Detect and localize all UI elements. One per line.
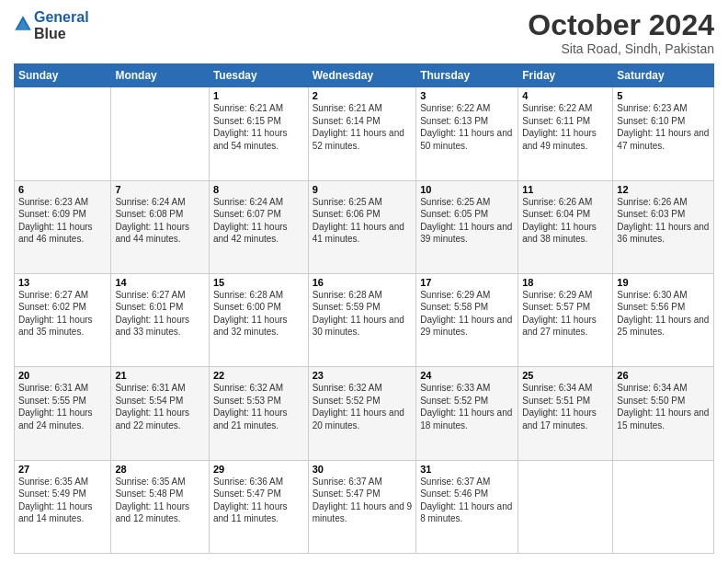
day-info: Sunrise: 6:32 AM Sunset: 5:53 PM Dayligh… xyxy=(213,382,304,431)
day-number: 22 xyxy=(213,370,304,381)
day-info: Sunrise: 6:33 AM Sunset: 5:52 PM Dayligh… xyxy=(420,382,514,431)
day-number: 10 xyxy=(420,184,514,195)
day-number: 15 xyxy=(213,277,304,288)
day-cell: 4Sunrise: 6:22 AM Sunset: 6:11 PM Daylig… xyxy=(518,87,613,180)
day-number: 13 xyxy=(18,277,107,288)
day-info: Sunrise: 6:25 AM Sunset: 6:05 PM Dayligh… xyxy=(420,196,514,246)
day-info: Sunrise: 6:26 AM Sunset: 6:03 PM Dayligh… xyxy=(617,196,710,246)
header-row: SundayMondayTuesdayWednesdayThursdayFrid… xyxy=(15,64,714,87)
day-info: Sunrise: 6:27 AM Sunset: 6:01 PM Dayligh… xyxy=(115,289,204,339)
day-number: 29 xyxy=(213,464,304,475)
day-cell: 18Sunrise: 6:29 AM Sunset: 5:57 PM Dayli… xyxy=(518,273,613,366)
day-number: 4 xyxy=(522,90,609,101)
day-info: Sunrise: 6:29 AM Sunset: 5:58 PM Dayligh… xyxy=(420,289,514,339)
day-cell: 17Sunrise: 6:29 AM Sunset: 5:58 PM Dayli… xyxy=(416,273,518,366)
day-info: Sunrise: 6:24 AM Sunset: 6:07 PM Dayligh… xyxy=(213,196,304,246)
day-number: 28 xyxy=(115,464,204,475)
day-info: Sunrise: 6:35 AM Sunset: 5:48 PM Dayligh… xyxy=(115,476,204,525)
day-cell: 19Sunrise: 6:30 AM Sunset: 5:56 PM Dayli… xyxy=(613,273,714,366)
day-cell: 15Sunrise: 6:28 AM Sunset: 6:00 PM Dayli… xyxy=(209,273,308,366)
day-cell: 16Sunrise: 6:28 AM Sunset: 5:59 PM Dayli… xyxy=(308,273,416,366)
col-header-wednesday: Wednesday xyxy=(308,64,416,87)
day-number: 7 xyxy=(115,184,204,195)
header: General Blue October 2024 Sita Road, Sin… xyxy=(14,9,714,56)
day-number: 8 xyxy=(213,184,304,195)
day-cell: 12Sunrise: 6:26 AM Sunset: 6:03 PM Dayli… xyxy=(613,180,714,273)
col-header-monday: Monday xyxy=(111,64,209,87)
week-row-1: 1Sunrise: 6:21 AM Sunset: 6:15 PM Daylig… xyxy=(15,87,714,180)
col-header-tuesday: Tuesday xyxy=(209,64,308,87)
logo: General Blue xyxy=(14,9,89,41)
day-cell: 30Sunrise: 6:37 AM Sunset: 5:47 PM Dayli… xyxy=(308,460,416,553)
day-info: Sunrise: 6:34 AM Sunset: 5:50 PM Dayligh… xyxy=(617,382,710,431)
day-cell xyxy=(518,460,613,553)
day-number: 23 xyxy=(313,370,413,381)
day-info: Sunrise: 6:21 AM Sunset: 6:14 PM Dayligh… xyxy=(313,102,413,152)
day-number: 31 xyxy=(420,464,514,475)
day-cell: 27Sunrise: 6:35 AM Sunset: 5:49 PM Dayli… xyxy=(15,460,111,553)
day-info: Sunrise: 6:31 AM Sunset: 5:54 PM Dayligh… xyxy=(115,382,204,431)
day-cell xyxy=(613,460,714,553)
day-info: Sunrise: 6:23 AM Sunset: 6:09 PM Dayligh… xyxy=(18,196,107,246)
day-info: Sunrise: 6:28 AM Sunset: 6:00 PM Dayligh… xyxy=(213,289,304,339)
page: General Blue October 2024 Sita Road, Sin… xyxy=(0,0,728,563)
day-info: Sunrise: 6:36 AM Sunset: 5:47 PM Dayligh… xyxy=(213,476,304,525)
day-info: Sunrise: 6:24 AM Sunset: 6:08 PM Dayligh… xyxy=(115,196,204,246)
day-info: Sunrise: 6:32 AM Sunset: 5:52 PM Dayligh… xyxy=(313,382,413,431)
day-number: 18 xyxy=(522,277,609,288)
title-block: October 2024 Sita Road, Sindh, Pakistan xyxy=(528,9,714,56)
day-number: 12 xyxy=(617,184,710,195)
day-number: 14 xyxy=(115,277,204,288)
calendar-table: SundayMondayTuesdayWednesdayThursdayFrid… xyxy=(14,63,714,554)
main-title: October 2024 xyxy=(528,9,714,41)
day-cell xyxy=(15,87,111,180)
day-number: 16 xyxy=(313,277,413,288)
day-number: 24 xyxy=(420,370,514,381)
day-cell: 20Sunrise: 6:31 AM Sunset: 5:55 PM Dayli… xyxy=(15,367,111,460)
day-cell: 14Sunrise: 6:27 AM Sunset: 6:01 PM Dayli… xyxy=(111,273,209,366)
col-header-sunday: Sunday xyxy=(15,64,111,87)
day-cell: 23Sunrise: 6:32 AM Sunset: 5:52 PM Dayli… xyxy=(308,367,416,460)
col-header-friday: Friday xyxy=(518,64,613,87)
day-number: 6 xyxy=(18,184,107,195)
day-cell: 26Sunrise: 6:34 AM Sunset: 5:50 PM Dayli… xyxy=(613,367,714,460)
day-info: Sunrise: 6:31 AM Sunset: 5:55 PM Dayligh… xyxy=(18,382,107,431)
logo-text-line2: Blue xyxy=(34,26,89,42)
day-number: 19 xyxy=(617,277,710,288)
day-cell: 7Sunrise: 6:24 AM Sunset: 6:08 PM Daylig… xyxy=(111,180,209,273)
subtitle: Sita Road, Sindh, Pakistan xyxy=(528,41,714,56)
day-cell: 25Sunrise: 6:34 AM Sunset: 5:51 PM Dayli… xyxy=(518,367,613,460)
week-row-2: 6Sunrise: 6:23 AM Sunset: 6:09 PM Daylig… xyxy=(15,180,714,273)
logo-text-line1: General xyxy=(34,9,89,26)
col-header-thursday: Thursday xyxy=(416,64,518,87)
day-number: 2 xyxy=(313,90,413,101)
col-header-saturday: Saturday xyxy=(613,64,714,87)
day-number: 20 xyxy=(18,370,107,381)
day-info: Sunrise: 6:30 AM Sunset: 5:56 PM Dayligh… xyxy=(617,289,710,339)
day-cell: 13Sunrise: 6:27 AM Sunset: 6:02 PM Dayli… xyxy=(15,273,111,366)
day-cell: 29Sunrise: 6:36 AM Sunset: 5:47 PM Dayli… xyxy=(209,460,308,553)
day-number: 5 xyxy=(617,90,710,101)
day-number: 26 xyxy=(617,370,710,381)
day-info: Sunrise: 6:27 AM Sunset: 6:02 PM Dayligh… xyxy=(18,289,107,339)
day-cell: 31Sunrise: 6:37 AM Sunset: 5:46 PM Dayli… xyxy=(416,460,518,553)
day-info: Sunrise: 6:25 AM Sunset: 6:06 PM Dayligh… xyxy=(313,196,413,246)
day-cell: 22Sunrise: 6:32 AM Sunset: 5:53 PM Dayli… xyxy=(209,367,308,460)
day-number: 1 xyxy=(213,90,304,101)
day-cell: 10Sunrise: 6:25 AM Sunset: 6:05 PM Dayli… xyxy=(416,180,518,273)
day-info: Sunrise: 6:23 AM Sunset: 6:10 PM Dayligh… xyxy=(617,102,710,152)
day-number: 17 xyxy=(420,277,514,288)
day-info: Sunrise: 6:26 AM Sunset: 6:04 PM Dayligh… xyxy=(522,196,609,246)
day-info: Sunrise: 6:34 AM Sunset: 5:51 PM Dayligh… xyxy=(522,382,609,431)
day-cell: 2Sunrise: 6:21 AM Sunset: 6:14 PM Daylig… xyxy=(308,87,416,180)
day-cell: 6Sunrise: 6:23 AM Sunset: 6:09 PM Daylig… xyxy=(15,180,111,273)
day-info: Sunrise: 6:22 AM Sunset: 6:13 PM Dayligh… xyxy=(420,102,514,152)
day-cell: 11Sunrise: 6:26 AM Sunset: 6:04 PM Dayli… xyxy=(518,180,613,273)
day-number: 30 xyxy=(313,464,413,475)
week-row-3: 13Sunrise: 6:27 AM Sunset: 6:02 PM Dayli… xyxy=(15,273,714,366)
day-number: 21 xyxy=(115,370,204,381)
day-cell: 5Sunrise: 6:23 AM Sunset: 6:10 PM Daylig… xyxy=(613,87,714,180)
day-cell: 1Sunrise: 6:21 AM Sunset: 6:15 PM Daylig… xyxy=(209,87,308,180)
day-info: Sunrise: 6:28 AM Sunset: 5:59 PM Dayligh… xyxy=(313,289,413,339)
day-cell: 9Sunrise: 6:25 AM Sunset: 6:06 PM Daylig… xyxy=(308,180,416,273)
